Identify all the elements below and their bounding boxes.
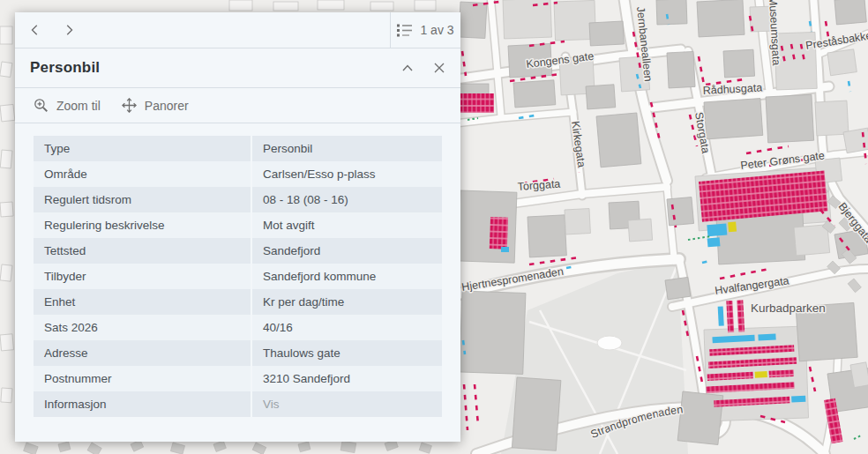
table-row: Regulering beskrivelse Mot avgift [34, 212, 442, 238]
close-popup-button[interactable] [423, 53, 455, 83]
field-value: Sandefjord kommune [252, 264, 442, 289]
field-label: Type [34, 136, 251, 161]
field-label: Adresse [34, 340, 251, 366]
chevron-up-icon [401, 63, 414, 73]
field-label: Regulering beskrivelse [34, 212, 251, 238]
parking-grid-west [460, 93, 494, 113]
field-value: Sandefjord [252, 238, 442, 264]
field-label: Regulert tidsrom [34, 187, 251, 212]
zoom-to-button[interactable]: Zoom til [24, 93, 110, 118]
zoom-to-label: Zoom til [56, 99, 101, 113]
field-value: 40/16 [252, 315, 442, 340]
parking-grid-hjertnes [490, 217, 508, 249]
field-label: Informasjon [34, 391, 251, 417]
pan-icon [122, 98, 137, 113]
field-value: Carlsen/Esso p-plass [252, 161, 442, 187]
prev-feature-button[interactable] [22, 17, 49, 43]
field-label: Tilbyder [34, 264, 251, 289]
chevron-right-icon [63, 24, 75, 36]
table-row: Type Personbil [34, 136, 442, 161]
popup-header: Personbil [15, 48, 460, 88]
popup-action-bar: Zoom til Panorer [15, 88, 460, 123]
feature-counter: 1 av 3 [420, 23, 453, 37]
table-row: Tettsted Sandefjord [34, 238, 442, 264]
table-row: Sats 2026 40/16 [34, 315, 442, 340]
feature-list-icon [397, 24, 413, 37]
pan-label: Panorer [145, 99, 189, 113]
collapse-popup-button[interactable] [392, 53, 423, 83]
close-icon [434, 63, 445, 73]
attribute-table: Type Personbil Område Carlsen/Esso p-pla… [34, 136, 442, 417]
table-row: Informasjon Vis [34, 391, 442, 417]
popup-pager-bar: 1 av 3 [15, 12, 460, 48]
feature-popup: 1 av 3 Personbil Zoom til [15, 12, 460, 442]
field-value: 08 - 18 (08 - 16) [252, 187, 442, 212]
pan-button[interactable]: Panorer [112, 93, 198, 118]
field-value: Thaulows gate [252, 340, 442, 366]
field-value: Personbil [252, 136, 442, 161]
table-row: Enhet Kr per dag/time [34, 289, 442, 315]
table-row: Område Carlsen/Esso p-plass [34, 161, 442, 187]
table-row: Adresse Thaulows gate [34, 340, 442, 366]
field-label: Område [34, 161, 251, 187]
table-row: Tilbyder Sandefjord kommune [34, 264, 442, 289]
feature-pager[interactable]: 1 av 3 [390, 12, 460, 48]
table-row: Postnummer 3210 Sandefjord [34, 366, 442, 391]
pond [597, 336, 622, 350]
field-value: Kr per dag/time [252, 289, 442, 315]
popup-title: Personbil [30, 59, 392, 77]
field-label: Sats 2026 [34, 315, 251, 340]
information-link[interactable]: Vis [252, 391, 442, 417]
field-value: Mot avgift [252, 212, 442, 238]
next-feature-button[interactable] [56, 17, 82, 43]
chevron-left-icon [29, 24, 41, 36]
zoom-in-icon [34, 98, 49, 113]
field-label: Enhet [34, 289, 251, 315]
table-row: Regulert tidsrom 08 - 18 (08 - 16) [34, 187, 442, 212]
field-value: 3210 Sandefjord [252, 366, 442, 391]
field-label: Postnummer [34, 366, 251, 391]
pager-buttons [15, 12, 390, 48]
field-label: Tettsted [34, 238, 251, 264]
park-label-kurbadparken: Kurbadparken [751, 301, 826, 315]
